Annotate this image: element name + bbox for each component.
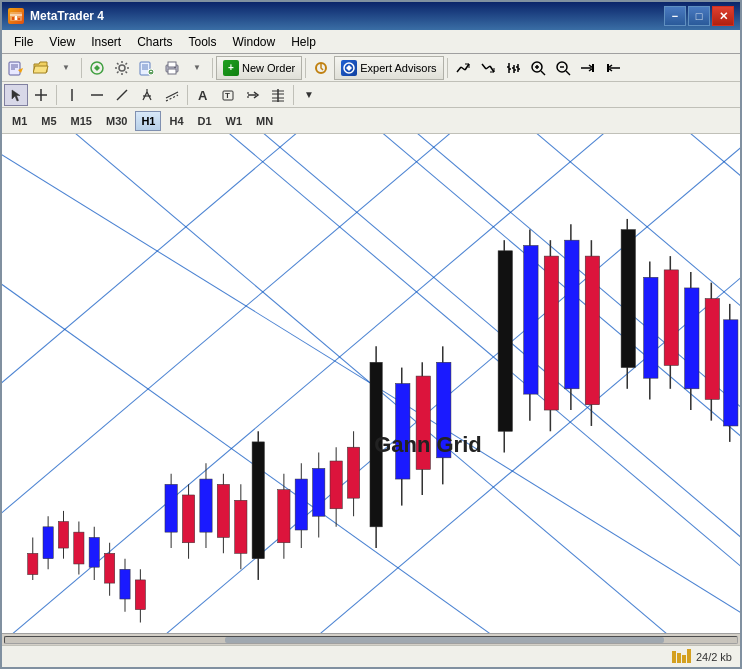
svg-rect-124: [330, 461, 342, 509]
toolbar-open-dropdown[interactable]: ▼: [54, 56, 78, 80]
svg-rect-140: [544, 256, 558, 410]
svg-rect-94: [58, 522, 68, 549]
tool-text[interactable]: A: [191, 84, 215, 106]
ea-label: Expert Advisors: [360, 62, 436, 74]
svg-rect-126: [347, 447, 359, 498]
status-bar-text: 24/2 kb: [672, 649, 732, 665]
new-order-button[interactable]: + New Order: [216, 56, 302, 80]
close-button[interactable]: ✕: [712, 6, 734, 26]
svg-rect-110: [200, 479, 212, 532]
svg-line-57: [117, 90, 127, 100]
tf-m15[interactable]: M15: [65, 111, 98, 131]
scrollbar-track[interactable]: [4, 636, 738, 644]
separator-1: [81, 58, 82, 78]
chart-area[interactable]: Gann Grid: [2, 134, 740, 633]
svg-line-43: [541, 71, 545, 75]
tf-m5[interactable]: M5: [35, 111, 62, 131]
toolbar-history[interactable]: [135, 56, 159, 80]
svg-rect-100: [105, 553, 115, 583]
toolbar-connect[interactable]: [85, 56, 109, 80]
svg-rect-159: [682, 655, 686, 663]
tool-arrow[interactable]: [241, 84, 265, 106]
draw-sep-1: [56, 85, 57, 105]
svg-rect-144: [585, 256, 599, 405]
title-bar: MetaTrader 4 − □ ✕: [2, 2, 740, 30]
new-order-label: New Order: [242, 62, 295, 74]
tool-channel[interactable]: [160, 84, 184, 106]
draw-sep-2: [187, 85, 188, 105]
tf-mn[interactable]: MN: [250, 111, 279, 131]
menu-bar: File View Insert Charts Tools Window Hel…: [2, 30, 740, 54]
svg-point-10: [96, 66, 99, 69]
svg-rect-150: [664, 270, 678, 366]
svg-rect-4: [18, 18, 20, 20]
tool-cursor[interactable]: [4, 84, 28, 106]
app-icon: [8, 8, 24, 24]
maximize-button[interactable]: □: [688, 6, 710, 26]
toolbar-settings[interactable]: [110, 56, 134, 80]
svg-rect-114: [235, 500, 247, 553]
horizontal-scrollbar[interactable]: [2, 633, 740, 645]
menu-help[interactable]: Help: [283, 31, 324, 53]
svg-rect-2: [12, 17, 14, 20]
scrollbar-thumb[interactable]: [225, 637, 664, 643]
svg-point-16: [148, 69, 154, 75]
svg-rect-130: [396, 384, 410, 480]
menu-insert[interactable]: Insert: [83, 31, 129, 53]
tool-fibonacci[interactable]: [266, 84, 290, 106]
svg-rect-122: [313, 468, 325, 516]
tool-crosshair[interactable]: [29, 84, 53, 106]
toolbar-chart-down[interactable]: [476, 56, 500, 80]
title-bar-left: MetaTrader 4: [8, 8, 104, 24]
app-title: MetaTrader 4: [30, 9, 104, 23]
menu-view[interactable]: View: [41, 31, 83, 53]
gann-grid-label: Gann Grid: [374, 432, 482, 458]
toolbar-indicator[interactable]: [309, 56, 333, 80]
svg-rect-18: [168, 69, 176, 74]
tf-m1[interactable]: M1: [6, 111, 33, 131]
tf-w1[interactable]: W1: [220, 111, 249, 131]
toolbar-print-dropdown[interactable]: ▼: [185, 56, 209, 80]
main-toolbar: ▼: [2, 54, 740, 82]
svg-rect-148: [644, 277, 658, 378]
menu-file[interactable]: File: [6, 31, 41, 53]
toolbar-open[interactable]: [29, 56, 53, 80]
menu-charts[interactable]: Charts: [129, 31, 180, 53]
svg-rect-157: [672, 651, 676, 663]
tf-h1[interactable]: H1: [135, 111, 161, 131]
toolbar-zoom-out[interactable]: [551, 56, 575, 80]
svg-line-47: [566, 71, 570, 75]
tool-trendline[interactable]: [110, 84, 134, 106]
minimize-button[interactable]: −: [664, 6, 686, 26]
tf-h4[interactable]: H4: [163, 111, 189, 131]
toolbar-chart-bar[interactable]: [501, 56, 525, 80]
draw-sep-3: [293, 85, 294, 105]
svg-rect-96: [74, 532, 84, 564]
expert-advisors-button[interactable]: Expert Advisors: [334, 56, 443, 80]
menu-window[interactable]: Window: [225, 31, 284, 53]
svg-rect-142: [565, 240, 579, 389]
svg-line-30: [490, 66, 494, 72]
svg-rect-90: [28, 553, 38, 574]
toolbar-chart-up[interactable]: [451, 56, 475, 80]
svg-rect-116: [252, 442, 264, 559]
tool-vertical-line[interactable]: [60, 84, 84, 106]
status-bar: 24/2 kb: [2, 645, 740, 667]
toolbar-scroll-left[interactable]: [601, 56, 625, 80]
toolbar-zoom-in[interactable]: [526, 56, 550, 80]
menu-tools[interactable]: Tools: [181, 31, 225, 53]
svg-rect-146: [621, 230, 635, 368]
tool-pitchfork[interactable]: [135, 84, 159, 106]
svg-line-63: [166, 95, 178, 101]
svg-rect-154: [705, 299, 719, 400]
tool-horizontal-line[interactable]: [85, 84, 109, 106]
tf-m30[interactable]: M30: [100, 111, 133, 131]
tool-text2[interactable]: T: [216, 84, 240, 106]
svg-text:T: T: [225, 91, 230, 100]
tf-d1[interactable]: D1: [192, 111, 218, 131]
svg-rect-19: [168, 62, 176, 67]
toolbar-print[interactable]: [160, 56, 184, 80]
toolbar-new-chart[interactable]: [4, 56, 28, 80]
tool-gann-dropdown[interactable]: ▼: [297, 84, 321, 106]
toolbar-scroll-right[interactable]: [576, 56, 600, 80]
